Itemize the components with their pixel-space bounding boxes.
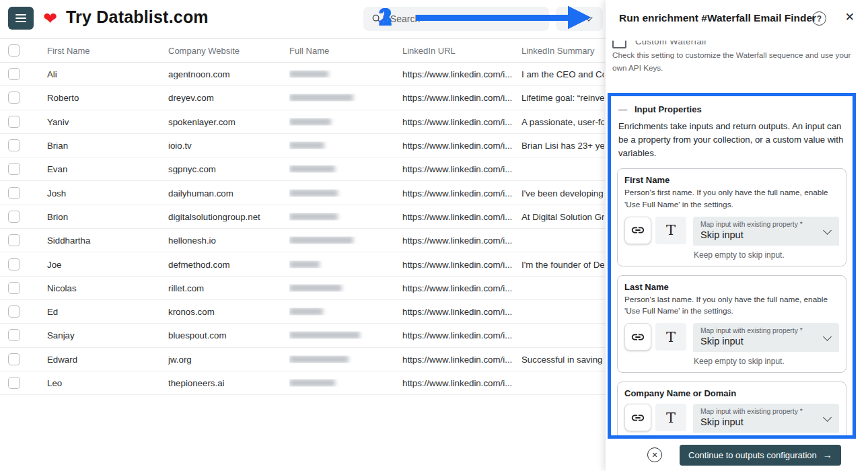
row-checkbox[interactable] [8,282,20,294]
panel-footer: ✕ Continue to outputs configuration → [606,439,868,471]
cell-first-name: Nicolas [47,283,161,293]
search-icon [371,13,382,25]
cell-company-website: hellonesh.io [168,236,283,246]
cell-full-name-redacted [289,166,397,173]
section-description: Enrichments take inputs and return outpu… [618,120,845,159]
search-input[interactable] [389,13,541,25]
map-property-button[interactable] [624,404,651,431]
chevron-down-icon [823,413,832,422]
table-row: Siddhartha hellonesh.io https://www.link… [0,229,606,252]
custom-waterfall-checkbox[interactable] [612,34,626,48]
cell-linkedin-summary: Lifetime goal: “reinven [521,93,604,103]
text-input-icon: T [666,222,676,238]
cell-linkedin-summary: I'm the founder of Def [521,259,604,269]
chevron-down-icon [823,332,832,341]
input-field-card: Company Name or Domain T Map input wit [617,382,846,439]
row-checkbox[interactable] [8,139,20,151]
text-input-icon: T [666,329,676,345]
table-row: Roberto dreyev.com https://www.linkedin.… [0,86,606,110]
text-input-icon: T [666,410,676,426]
custom-text-button[interactable]: T [655,217,686,244]
redacted-text-blur [289,142,324,149]
cell-linkedin-url: https://www.linkedin.com/i... [402,378,520,388]
field-helper-text: Keep empty to skip input. [694,357,839,366]
cell-linkedin-summary: A passionate, user-foc [521,116,604,126]
redacted-text-blur [289,355,349,363]
cell-linkedin-summary: Brian Lisi has 23+ yea [521,141,604,151]
row-checkbox[interactable] [8,258,20,270]
row-checkbox[interactable] [8,353,20,365]
continue-button[interactable]: Continue to outputs configuration → [680,445,841,466]
chevron-down-icon [585,13,592,21]
map-property-button[interactable] [624,323,651,351]
table-row: Josh dailyhuman.com https://www.linkedin… [0,181,606,205]
table-row: Ali agentnoon.com https://www.linkedin.c… [0,63,606,86]
cell-first-name: Ed [47,307,161,317]
custom-text-button[interactable]: T [655,323,686,351]
redacted-text-blur [289,308,323,316]
custom-waterfall-label: Custom Waterfall [635,36,707,46]
cell-company-website: sgpnyc.com [168,164,283,174]
row-checkbox[interactable] [8,305,20,318]
cancel-circle-icon[interactable]: ✕ [647,447,662,462]
property-select-dropdown[interactable]: Map input with existing property * Skip … [693,323,839,352]
cell-company-website: defmethod.com [168,259,283,269]
table-header: First Name Company Website Full Name Lin… [0,38,606,63]
row-checkbox[interactable] [8,68,20,80]
close-icon[interactable]: ✕ [845,10,855,24]
row-checkbox[interactable] [8,377,20,389]
cell-company-website: thepioneers.ai [168,378,283,388]
cell-linkedin-url: https://www.linkedin.com/i... [402,141,520,151]
row-checkbox[interactable] [8,92,20,104]
cell-first-name: Edward [47,354,161,364]
field-description: Person's first name. If you only have th… [624,187,839,211]
collapse-icon[interactable]: — [618,104,627,114]
input-field-card: First Name Person's first name. If you o… [617,168,846,266]
cell-linkedin-summary: At Digital Solution Gro [521,211,604,221]
column-header-company-website: Company Website [168,46,240,56]
table-row: Evan sgpnyc.com https://www.linkedin.com… [0,157,606,181]
data-table: First Name Company Website Full Name Lin… [0,38,606,395]
dropdown-value: Skip input [700,336,819,347]
select-all-checkbox[interactable] [8,44,20,57]
row-checkbox[interactable] [8,116,20,128]
cell-full-name-redacted [289,189,397,196]
cell-company-website: digitalsolutiongroup.net [168,211,283,221]
field-helper-text: Keep empty to skip input. [694,250,839,260]
row-checkbox[interactable] [8,187,20,199]
row-checkbox[interactable] [8,211,20,223]
dropdown-label: Map input with existing property * [700,221,819,228]
cell-full-name-redacted [289,142,397,149]
map-property-button[interactable] [624,217,651,244]
row-checkbox[interactable] [8,329,20,341]
cell-full-name-redacted [289,355,397,363]
chevron-down-icon [823,226,832,235]
cell-first-name: Evan [47,164,161,174]
property-select-dropdown[interactable]: Map input with existing property * Skip … [693,217,839,246]
enrichment-panel: Run enrichment #Waterfall Email Finder ?… [606,0,868,471]
cell-linkedin-url: https://www.linkedin.com/i... [402,330,520,340]
table-row: Edward jw.org https://www.linkedin.com/i… [0,348,606,371]
cell-full-name-redacted [289,332,397,339]
hamburger-icon [15,14,26,15]
help-icon[interactable]: ? [812,11,826,26]
property-select-dropdown[interactable]: Map input with existing property * Skip … [693,404,839,433]
input-field-card: Last Name Person's last name. If you onl… [617,275,846,373]
cell-company-website: jw.org [168,354,283,364]
menu-button[interactable] [8,7,34,30]
table-row: Leo thepioneers.ai https://www.linkedin.… [0,371,606,395]
cell-first-name: Joe [47,259,161,269]
cell-company-website: agentnoon.com [168,69,283,79]
row-checkbox[interactable] [8,163,20,175]
cell-first-name: Siddhartha [47,236,161,246]
dropdown-label: Map input with existing property * [700,408,819,415]
cell-full-name-redacted [289,213,397,220]
cell-company-website: dailyhuman.com [168,188,283,198]
row-checkbox[interactable] [8,234,20,246]
custom-text-button[interactable]: T [655,404,686,431]
link-icon [630,330,645,345]
search-bar[interactable] [363,7,549,31]
redacted-text-blur [289,118,331,125]
redacted-text-blur [289,94,353,102]
filter-button[interactable] [556,7,603,31]
